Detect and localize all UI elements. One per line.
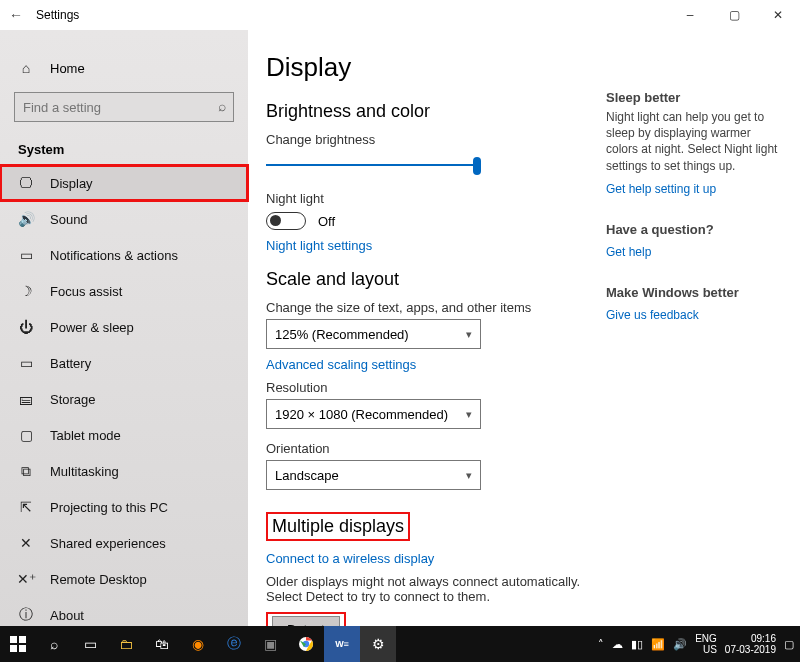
chrome-icon[interactable] — [288, 626, 324, 662]
store-icon[interactable]: 🛍 — [144, 626, 180, 662]
main-panel: Display Brightness and color Change brig… — [248, 30, 600, 626]
night-light-label: Night light — [266, 191, 584, 206]
sidebar-item-label: Storage — [50, 392, 96, 407]
svg-rect-0 — [10, 636, 17, 643]
night-light-settings-link[interactable]: Night light settings — [266, 238, 584, 253]
advanced-scaling-link[interactable]: Advanced scaling settings — [266, 357, 584, 372]
get-help-link[interactable]: Get help — [606, 245, 782, 259]
sidebar-item-remote-desktop[interactable]: ✕⁺Remote Desktop — [0, 561, 248, 597]
battery-tray-icon[interactable]: ▮▯ — [631, 638, 643, 651]
brightness-slider[interactable] — [266, 153, 481, 177]
display-icon: 🖵 — [18, 175, 34, 191]
svg-rect-3 — [19, 645, 26, 652]
chevron-down-icon: ▾ — [466, 469, 472, 482]
search-input[interactable] — [14, 92, 234, 122]
sidebar-item-sound[interactable]: 🔊Sound — [0, 201, 248, 237]
sidebar-item-battery[interactable]: ▭Battery — [0, 345, 248, 381]
search-icon: ⌕ — [218, 98, 226, 114]
sidebar-item-projecting-to-this-pc[interactable]: ⇱Projecting to this PC — [0, 489, 248, 525]
scale-combo[interactable]: 125% (Recommended) ▾ — [266, 319, 481, 349]
taskbar: ⌕ ▭ 🗀 🛍 ◉ ⓔ ▣ W≡ ⚙ ˄ ☁ ▮▯ 📶 🔊 ENGUS 09:1… — [0, 626, 800, 662]
sidebar-home[interactable]: ⌂ Home — [0, 52, 248, 84]
sidebar-item-label: Projecting to this PC — [50, 500, 168, 515]
about-icon: ⓘ — [18, 607, 34, 623]
sidebar-item-label: Sound — [50, 212, 88, 227]
multitasking-icon: ⧉ — [18, 463, 34, 479]
settings-taskbar-icon[interactable]: ⚙ — [360, 626, 396, 662]
firefox-icon[interactable]: ◉ — [180, 626, 216, 662]
detect-button[interactable]: Detect — [272, 616, 340, 626]
slider-thumb-icon[interactable] — [473, 157, 481, 175]
power-icon: ⏻ — [18, 319, 34, 335]
sidebar-home-label: Home — [50, 61, 85, 76]
language-indicator[interactable]: ENGUS — [695, 633, 717, 655]
sidebar-item-power-sleep[interactable]: ⏻Power & sleep — [0, 309, 248, 345]
aside-panel: Sleep better Night light can help you ge… — [600, 30, 800, 626]
sidebar-item-multitasking[interactable]: ⧉Multitasking — [0, 453, 248, 489]
search-taskbar-icon[interactable]: ⌕ — [36, 626, 72, 662]
volume-tray-icon[interactable]: 🔊 — [673, 638, 687, 651]
sidebar-item-focus-assist[interactable]: ☽Focus assist — [0, 273, 248, 309]
sidebar-item-storage[interactable]: 🖴Storage — [0, 381, 248, 417]
sleep-better-title: Sleep better — [606, 90, 782, 105]
orientation-combo[interactable]: Landscape ▾ — [266, 460, 481, 490]
terminal-icon[interactable]: ▣ — [252, 626, 288, 662]
home-icon: ⌂ — [18, 60, 34, 76]
clock[interactable]: 09:1607-03-2019 — [725, 633, 776, 655]
feedback-link[interactable]: Give us feedback — [606, 308, 782, 322]
window-title: Settings — [36, 8, 79, 22]
sidebar-item-label: Power & sleep — [50, 320, 134, 335]
sidebar-section: System — [0, 130, 248, 165]
titlebar: ← Settings – ▢ ✕ — [0, 0, 800, 30]
orientation-value: Landscape — [275, 468, 339, 483]
start-button[interactable] — [0, 626, 36, 662]
page-title: Display — [266, 52, 584, 83]
task-view-icon[interactable]: ▭ — [72, 626, 108, 662]
scale-value: 125% (Recommended) — [275, 327, 409, 342]
sidebar-item-label: Notifications & actions — [50, 248, 178, 263]
multiple-displays-heading: Multiple displays — [266, 512, 584, 541]
sidebar-item-notifications-actions[interactable]: ▭Notifications & actions — [0, 237, 248, 273]
word-icon[interactable]: W≡ — [324, 626, 360, 662]
projecting-icon: ⇱ — [18, 499, 34, 515]
storage-icon: 🖴 — [18, 391, 34, 407]
sidebar-item-shared-experiences[interactable]: ✕Shared experiences — [0, 525, 248, 561]
close-button[interactable]: ✕ — [756, 0, 800, 30]
file-explorer-icon[interactable]: 🗀 — [108, 626, 144, 662]
connect-wireless-link[interactable]: Connect to a wireless display — [266, 551, 584, 566]
resolution-label: Resolution — [266, 380, 584, 395]
night-light-toggle[interactable] — [266, 212, 306, 230]
resolution-combo[interactable]: 1920 × 1080 (Recommended) ▾ — [266, 399, 481, 429]
shared-icon: ✕ — [18, 535, 34, 551]
sidebar-item-display[interactable]: 🖵Display — [0, 165, 248, 201]
scale-label: Change the size of text, apps, and other… — [266, 300, 584, 315]
edge-icon[interactable]: ⓔ — [216, 626, 252, 662]
sleep-better-body: Night light can help you get to sleep by… — [606, 109, 782, 174]
tray-chevron-icon[interactable]: ˄ — [598, 638, 604, 651]
question-title: Have a question? — [606, 222, 782, 237]
minimize-button[interactable]: – — [668, 0, 712, 30]
chevron-down-icon: ▾ — [466, 408, 472, 421]
system-tray[interactable]: ˄ ☁ ▮▯ 📶 🔊 ENGUS 09:1607-03-2019 ▢ — [598, 633, 800, 655]
notifications-icon: ▭ — [18, 247, 34, 263]
wifi-tray-icon[interactable]: 📶 — [651, 638, 665, 651]
sidebar-item-label: Battery — [50, 356, 91, 371]
sidebar-item-label: Tablet mode — [50, 428, 121, 443]
action-center-icon[interactable]: ▢ — [784, 638, 794, 651]
sidebar-item-label: Display — [50, 176, 93, 191]
scale-heading: Scale and layout — [266, 269, 584, 290]
sidebar: ⌂ Home ⌕ System 🖵Display🔊Sound▭Notificat… — [0, 30, 248, 626]
sidebar-item-label: Remote Desktop — [50, 572, 147, 587]
sleep-better-link[interactable]: Get help setting it up — [606, 182, 782, 196]
sidebar-item-tablet-mode[interactable]: ▢Tablet mode — [0, 417, 248, 453]
windows-icon — [10, 636, 26, 652]
search-box[interactable]: ⌕ — [14, 92, 234, 122]
change-brightness-label: Change brightness — [266, 132, 584, 147]
back-button[interactable]: ← — [0, 7, 32, 23]
sidebar-item-label: Multitasking — [50, 464, 119, 479]
remote-icon: ✕⁺ — [18, 571, 34, 587]
onedrive-icon[interactable]: ☁ — [612, 638, 623, 651]
orientation-label: Orientation — [266, 441, 584, 456]
maximize-button[interactable]: ▢ — [712, 0, 756, 30]
sidebar-item-label: Focus assist — [50, 284, 122, 299]
